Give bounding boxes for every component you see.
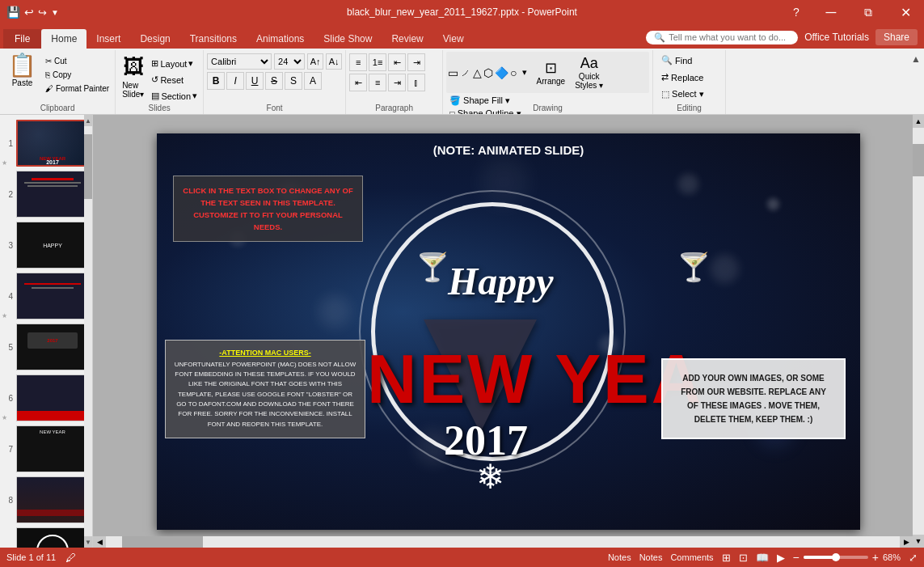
- tab-home[interactable]: Home: [41, 29, 86, 49]
- mac-body-text: UNFORTUNATELY POWERPOINT (MAC) DOES NOT …: [174, 360, 357, 430]
- shapes-icon-1: ▭: [448, 66, 458, 79]
- font-size-select[interactable]: 24: [274, 53, 305, 70]
- slide-thumb-7[interactable]: NEW YEAR: [16, 425, 89, 472]
- section-button[interactable]: ▤ Section ▾: [149, 89, 200, 103]
- new-year-text: NEW YEA: [367, 340, 703, 419]
- layout-button[interactable]: ⊞ Layout ▾: [149, 57, 200, 70]
- slide-thumb-4[interactable]: [16, 273, 89, 319]
- slide-notes-icon: 🖊: [65, 552, 76, 564]
- bullets-button[interactable]: ≡: [349, 53, 367, 71]
- window-minimize-btn[interactable]: ─: [812, 0, 850, 24]
- format-painter-button[interactable]: 🖌 Format Painter: [43, 83, 112, 95]
- ribbon-font-group: Calibri 24 A↑ A↓ B I U S S A Font: [204, 50, 346, 114]
- images-box[interactable]: ADD YOUR OWN IMAGES, OR SOME FROM OUR WE…: [661, 358, 846, 439]
- font-size-decrease-button[interactable]: A↓: [326, 53, 342, 70]
- quick-styles-button[interactable]: Aa Quick Styles ▾: [572, 53, 606, 91]
- tell-me-box[interactable]: 🔍: [646, 31, 798, 44]
- canvas-scroll-left[interactable]: ◀: [93, 536, 106, 548]
- cocktail-left: 🍸: [416, 251, 449, 283]
- shapes-icon-2: ⟋: [460, 66, 471, 79]
- canvas-scrollbar-v[interactable]: ▲ ▼: [913, 115, 924, 548]
- columns-button[interactable]: ⫿: [407, 74, 425, 91]
- align-right-button[interactable]: ⇥: [388, 74, 406, 91]
- reset-button[interactable]: ↺ Reset: [149, 73, 200, 87]
- shapes-more-icon[interactable]: ▾: [522, 67, 527, 78]
- notes-button[interactable]: Notes: [608, 552, 631, 562]
- share-button[interactable]: Share: [875, 29, 918, 45]
- save-icon[interactable]: 💾: [6, 6, 20, 19]
- cut-button[interactable]: ✂ Cut: [43, 55, 112, 67]
- view-normal-btn[interactable]: ⊞: [722, 552, 731, 564]
- scroll-down-arrow[interactable]: ▼: [84, 536, 92, 548]
- tab-transitions[interactable]: Transitions: [180, 29, 247, 49]
- view-slideshow-btn[interactable]: ▶: [777, 552, 785, 564]
- office-tutorials-link[interactable]: Office Tutorials: [804, 32, 869, 43]
- italic-button[interactable]: I: [226, 72, 244, 90]
- view-reading-btn[interactable]: 📖: [756, 552, 769, 564]
- select-button[interactable]: ⬚ Select ▾: [658, 87, 720, 101]
- slide-title-note: (NOTE: ANIMATED SLIDE): [157, 143, 860, 157]
- bold-button[interactable]: B: [207, 72, 225, 90]
- instruction-box-red[interactable]: CLICK IN THE TEXT BOX TO CHANGE ANY OF T…: [173, 176, 363, 243]
- slide-thumb-3[interactable]: HAPPY: [16, 222, 89, 269]
- ribbon-collapse-button[interactable]: ▲: [908, 50, 924, 68]
- font-name-select[interactable]: Calibri: [207, 53, 272, 70]
- canvas-area: (NOTE: ANIMATED SLIDE) CLICK IN THE TEXT…: [93, 115, 924, 548]
- comments-button[interactable]: Comments: [670, 552, 713, 562]
- find-button[interactable]: 🔍 Find: [658, 53, 720, 67]
- align-left-button[interactable]: ⇤: [349, 74, 367, 91]
- tab-view[interactable]: View: [433, 29, 474, 49]
- slide-thumb-9[interactable]: [16, 527, 89, 548]
- zoom-in-button[interactable]: +: [872, 551, 879, 564]
- slide-thumb-5[interactable]: 2017: [16, 324, 89, 370]
- window-close-btn[interactable]: ✕: [887, 0, 924, 24]
- new-slide-button[interactable]: 🖼 NewSlide▾: [119, 52, 147, 101]
- customize-qat-icon[interactable]: ▼: [51, 8, 59, 17]
- notes-label[interactable]: Notes: [639, 552, 663, 562]
- window-restore-btn[interactable]: ⧉: [850, 0, 887, 24]
- panel-scrollbar[interactable]: ▲ ▼: [84, 115, 92, 548]
- quick-styles-icon: Aa: [580, 55, 598, 72]
- slide-thumb-2[interactable]: [16, 171, 89, 218]
- slide-thumb-6[interactable]: [16, 374, 89, 421]
- underline-button[interactable]: U: [246, 72, 264, 90]
- paste-icon: 📋: [8, 54, 36, 77]
- redo-icon[interactable]: ↪: [38, 6, 47, 19]
- zoom-out-button[interactable]: −: [793, 551, 800, 564]
- align-center-button[interactable]: ≡: [369, 74, 386, 91]
- undo-icon[interactable]: ↩: [24, 6, 34, 19]
- new-slide-icon: 🖼: [123, 54, 144, 79]
- decrease-indent-button[interactable]: ⇤: [388, 53, 406, 71]
- window-help-btn[interactable]: ?: [780, 0, 812, 24]
- scroll-up-arrow[interactable]: ▲: [84, 115, 92, 126]
- view-slide-sorter-btn[interactable]: ⊡: [739, 552, 748, 564]
- tab-file[interactable]: File: [3, 29, 41, 49]
- tab-insert[interactable]: Insert: [86, 29, 130, 49]
- tab-review[interactable]: Review: [382, 29, 432, 49]
- canvas-scroll-down[interactable]: ▼: [913, 535, 924, 548]
- replace-button[interactable]: ⇄ Replace: [658, 70, 720, 84]
- tab-slideshow[interactable]: Slide Show: [314, 29, 382, 49]
- slide-thumb-1[interactable]: NEW YEAR 2017: [16, 120, 89, 167]
- canvas-scroll-up[interactable]: ▲: [913, 115, 924, 128]
- increase-indent-button[interactable]: ⇥: [407, 53, 425, 71]
- replace-icon: ⇄: [661, 72, 669, 83]
- mac-users-box[interactable]: -ATTENTION MAC USERS- UNFORTUNATELY POWE…: [165, 340, 365, 439]
- font-color-button[interactable]: A: [304, 72, 322, 90]
- canvas-scrollbar-h[interactable]: ◀ ▶: [93, 536, 913, 548]
- arrange-button[interactable]: ⊡ Arrange: [532, 57, 571, 87]
- strikethrough-button[interactable]: S: [265, 72, 283, 90]
- paste-button[interactable]: 📋 Paste: [3, 52, 41, 90]
- font-shadow-button[interactable]: S: [285, 72, 302, 90]
- ribbon-paragraph-group: ≡ 1≡ ⇤ ⇥ ⇤ ≡ ⇥ ⫿ Paragraph: [346, 50, 443, 114]
- numbering-button[interactable]: 1≡: [369, 53, 386, 71]
- canvas-scroll-right[interactable]: ▶: [900, 536, 913, 548]
- slide-canvas[interactable]: (NOTE: ANIMATED SLIDE) CLICK IN THE TEXT…: [157, 133, 860, 530]
- copy-button[interactable]: ⎘ Copy: [43, 69, 112, 81]
- slide-thumb-8[interactable]: [16, 476, 89, 523]
- tab-design[interactable]: Design: [130, 29, 179, 49]
- tab-animations[interactable]: Animations: [247, 29, 314, 49]
- fit-slide-button[interactable]: ⤢: [909, 552, 918, 564]
- font-size-increase-button[interactable]: A↑: [307, 53, 323, 70]
- tell-me-input[interactable]: [669, 32, 790, 42]
